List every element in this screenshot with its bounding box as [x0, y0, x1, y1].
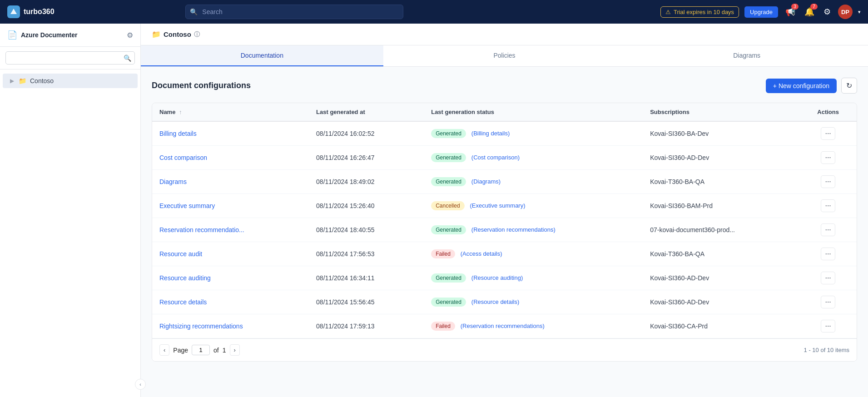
row-subscriptions-cell-2: Kovai-T360-BA-QA — [643, 170, 799, 194]
row-actions-button-0[interactable]: ··· — [821, 127, 835, 140]
detail-link-6[interactable]: (Resource auditing) — [471, 274, 523, 281]
row-name-cell-0: Billing details — [152, 121, 309, 146]
detail-link-2[interactable]: (Diagrams) — [471, 178, 501, 185]
row-actions-button-7[interactable]: ··· — [821, 296, 835, 308]
row-date-cell-1: 08/11/2024 16:26:47 — [309, 146, 424, 170]
sidebar-title: 📄 Azure Documenter — [7, 30, 77, 40]
top-navigation: turbo360 🔍 ⚠ Trial expires in 10 days Up… — [0, 0, 868, 24]
sidebar-item-label: Contoso — [30, 77, 54, 84]
row-name-link-3[interactable]: Executive summary — [159, 202, 215, 209]
detail-link-8[interactable]: (Reservation recommendations) — [461, 323, 545, 329]
row-actions-button-8[interactable]: ··· — [821, 320, 835, 332]
row-actions-button-3[interactable]: ··· — [821, 199, 835, 212]
documenter-icon: 📄 — [7, 30, 17, 40]
col-actions: Actions — [799, 103, 857, 121]
upgrade-button[interactable]: Upgrade — [744, 6, 778, 18]
next-page-button[interactable]: › — [230, 344, 240, 356]
notifications-button[interactable]: 📢 3 — [784, 5, 797, 19]
expand-icon: ▶ — [10, 78, 14, 84]
warning-icon: ⚠ — [665, 9, 671, 15]
row-name-link-4[interactable]: Reservation recommendatio... — [159, 226, 244, 233]
row-name-link-5[interactable]: Resource audit — [159, 250, 202, 258]
row-date-cell-2: 08/11/2024 18:49:02 — [309, 170, 424, 194]
pagination: ‹ Page of 1 › 1 - 10 of 10 items — [152, 338, 857, 361]
detail-link-4[interactable]: (Reservation recommendations) — [471, 226, 556, 233]
content-area: Document configurations + New configurat… — [141, 67, 868, 372]
row-actions-cell-6: ··· — [799, 266, 857, 290]
main-content: 📁 Contoso ⓘ Documentation Policies Diagr… — [141, 24, 868, 397]
row-actions-button-2[interactable]: ··· — [821, 175, 835, 188]
row-actions-cell-1: ··· — [799, 146, 857, 170]
search-container: 🔍 — [185, 5, 403, 19]
row-status-cell-0: Generated (Billing details) — [424, 121, 643, 146]
col-status: Last generation status — [424, 103, 643, 121]
row-name-link-2[interactable]: Diagrams — [159, 178, 187, 185]
row-status-cell-1: Generated (Cost comparison) — [424, 146, 643, 170]
row-date-cell-3: 08/11/2024 15:26:40 — [309, 194, 424, 218]
sidebar-header: 📄 Azure Documenter ⚙ — [0, 24, 140, 47]
detail-link-5[interactable]: (Access details) — [461, 250, 502, 257]
row-status-cell-6: Generated (Resource auditing) — [424, 266, 643, 290]
status-badge-4: Generated — [431, 225, 466, 234]
tab-diagrams-label: Diagrams — [733, 52, 760, 59]
status-badge-5: Failed — [431, 249, 455, 258]
tab-diagrams[interactable]: Diagrams — [625, 45, 868, 66]
status-badge-7: Generated — [431, 298, 466, 307]
sidebar-settings-icon[interactable]: ⚙ — [127, 31, 133, 40]
content-title: Document configurations — [152, 81, 251, 90]
breadcrumb: 📁 Contoso ⓘ — [141, 24, 868, 45]
page-input[interactable] — [192, 345, 210, 355]
sidebar-item-contoso[interactable]: ▶ 📁 Contoso — [3, 74, 138, 88]
pagination-summary: 1 - 10 of 10 items — [804, 347, 849, 353]
row-actions-button-5[interactable]: ··· — [821, 248, 835, 260]
status-badge-6: Generated — [431, 273, 466, 283]
row-subscriptions-cell-7: Kovai-SI360-AD-Dev — [643, 290, 799, 314]
prev-page-button[interactable]: ‹ — [159, 344, 169, 356]
app-logo[interactable]: turbo360 — [7, 5, 55, 18]
row-actions-button-1[interactable]: ··· — [821, 151, 835, 164]
logo-icon — [7, 5, 20, 18]
search-icon: 🔍 — [190, 8, 198, 15]
row-subscriptions-cell-1: Kovai-SI360-AD-Dev — [643, 146, 799, 170]
tab-policies[interactable]: Policies — [383, 45, 626, 66]
sidebar-search-icon: 🔍 — [124, 55, 131, 62]
tab-documentation[interactable]: Documentation — [141, 45, 383, 66]
row-subscriptions-cell-4: 07-kovai-document360-prod... — [643, 218, 799, 242]
detail-link-7[interactable]: (Resource details) — [471, 298, 520, 305]
row-name-link-0[interactable]: Billing details — [159, 130, 197, 137]
search-input[interactable] — [185, 5, 403, 19]
sidebar-search-input[interactable] — [5, 51, 135, 65]
alerts-button[interactable]: 🔔 7 — [803, 5, 816, 19]
topnav-right: ⚠ Trial expires in 10 days Upgrade 📢 3 🔔… — [660, 5, 861, 19]
row-status-cell-3: Cancelled (Executive summary) — [424, 194, 643, 218]
row-date-cell-5: 08/11/2024 17:56:53 — [309, 242, 424, 266]
avatar-initials: DP — [841, 9, 849, 15]
refresh-button[interactable]: ↻ — [841, 78, 857, 94]
detail-link-1[interactable]: (Cost comparison) — [471, 154, 520, 161]
status-badge-2: Generated — [431, 177, 466, 186]
row-name-link-7[interactable]: Resource details — [159, 298, 207, 306]
of-label: of — [213, 347, 219, 354]
settings-button[interactable]: ⚙ — [822, 5, 833, 19]
row-date-cell-7: 08/11/2024 15:56:45 — [309, 290, 424, 314]
detail-link-3[interactable]: (Executive summary) — [470, 202, 525, 209]
row-name-link-8[interactable]: Rightsizing recommendations — [159, 323, 243, 330]
configurations-table: Name ↑ Last generated at Last generation… — [152, 103, 857, 338]
avatar[interactable]: DP — [838, 5, 853, 19]
table-row: Rightsizing recommendations 08/11/2024 1… — [152, 314, 857, 338]
row-date-cell-6: 08/11/2024 16:34:11 — [309, 266, 424, 290]
row-name-link-1[interactable]: Cost comparison — [159, 154, 207, 161]
app-name: turbo360 — [24, 8, 55, 16]
col-name[interactable]: Name ↑ — [152, 103, 309, 121]
row-name-link-6[interactable]: Resource auditing — [159, 274, 211, 282]
avatar-chevron[interactable]: ▾ — [858, 9, 861, 15]
row-actions-cell-8: ··· — [799, 314, 857, 338]
breadcrumb-info-icon[interactable]: ⓘ — [194, 30, 200, 39]
table-row: Resource auditing 08/11/2024 16:34:11 Ge… — [152, 266, 857, 290]
row-actions-button-6[interactable]: ··· — [821, 272, 835, 284]
detail-link-0[interactable]: (Billing details) — [471, 130, 510, 137]
sidebar-collapse-button[interactable]: ‹ — [135, 379, 146, 390]
row-status-cell-4: Generated (Reservation recommendations) — [424, 218, 643, 242]
row-actions-button-4[interactable]: ··· — [821, 223, 835, 236]
new-configuration-button[interactable]: + New configuration — [766, 79, 837, 93]
